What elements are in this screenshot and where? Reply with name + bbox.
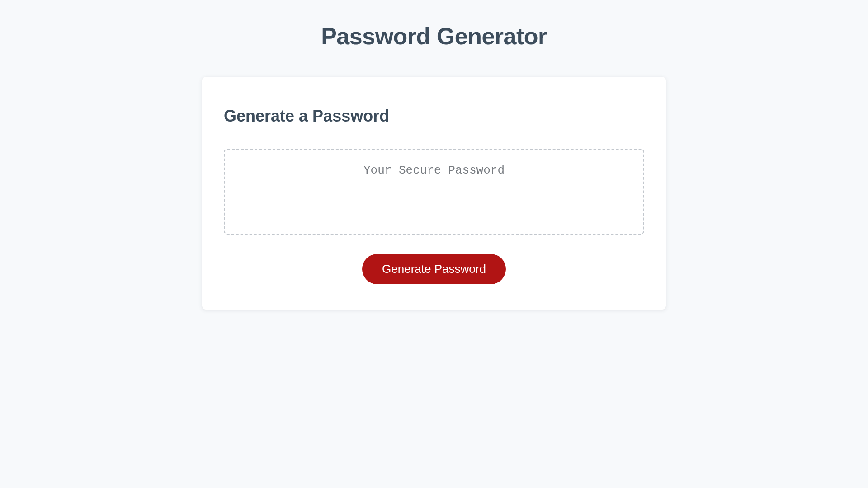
button-row: Generate Password	[224, 254, 644, 284]
page-wrapper: Password Generator Generate a Password G…	[105, 0, 763, 310]
generator-card: Generate a Password Generate Password	[202, 77, 666, 310]
page-title: Password Generator	[105, 23, 763, 50]
card-heading: Generate a Password	[224, 107, 644, 126]
password-output[interactable]	[224, 149, 644, 235]
generate-password-button[interactable]: Generate Password	[362, 254, 506, 284]
output-section	[224, 142, 644, 244]
